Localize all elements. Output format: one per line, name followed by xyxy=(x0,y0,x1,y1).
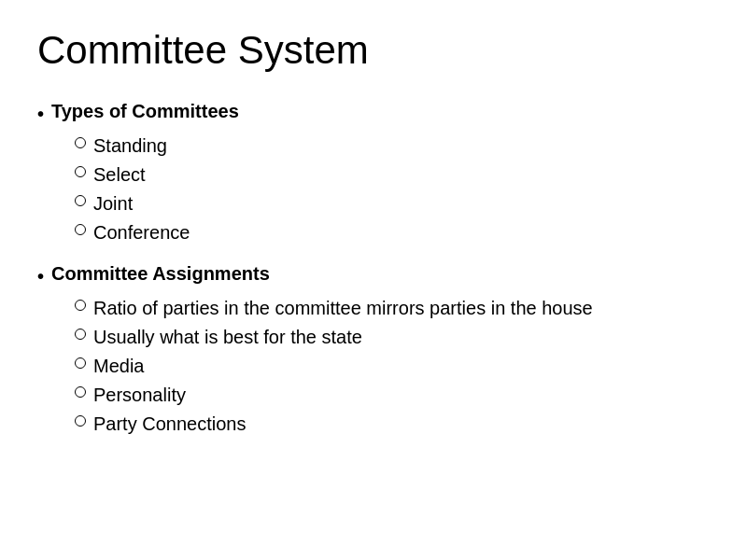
sub-item-personality: Personality xyxy=(75,382,710,409)
assignments-sub-list: Ratio of parties in the committee mirror… xyxy=(75,295,710,438)
circle-icon-select xyxy=(75,166,86,177)
sub-text-conference: Conference xyxy=(93,219,710,246)
circle-icon-personality xyxy=(75,386,86,398)
sub-text-select: Select xyxy=(93,161,710,189)
bullet-types-header: • Types of Committees xyxy=(37,101,710,127)
bullet-types-label: Types of Committees xyxy=(51,101,239,122)
circle-icon-joint xyxy=(75,195,86,206)
slide: Committee System • Types of Committees S… xyxy=(0,0,747,560)
slide-title: Committee System xyxy=(37,28,710,73)
sub-text-media: Media xyxy=(93,353,710,380)
sub-text-best-state: Usually what is best for the state xyxy=(93,324,710,351)
sub-item-best-state: Usually what is best for the state xyxy=(75,324,710,351)
bullet-assignments-label: Committee Assignments xyxy=(51,263,270,285)
circle-icon-best-state xyxy=(75,329,86,340)
types-sub-list: Standing Select Joint Conference xyxy=(75,133,710,246)
sub-item-select: Select xyxy=(75,161,710,189)
content-area: • Types of Committees Standing Select Jo… xyxy=(37,101,710,438)
sub-text-personality: Personality xyxy=(93,382,710,409)
sub-item-conference: Conference xyxy=(75,219,710,246)
circle-icon-ratio xyxy=(75,300,86,311)
bullet-dot-assignments: • xyxy=(37,263,44,289)
sub-text-standing: Standing xyxy=(93,133,710,160)
sub-item-media: Media xyxy=(75,353,710,380)
sub-item-ratio: Ratio of parties in the committee mirror… xyxy=(75,295,710,322)
circle-icon-media xyxy=(75,357,86,369)
sub-text-joint: Joint xyxy=(93,190,710,217)
bullet-assignments: • Committee Assignments Ratio of parties… xyxy=(37,263,710,438)
circle-icon-standing xyxy=(75,137,86,148)
sub-item-party-connections: Party Connections xyxy=(75,411,710,438)
circle-icon-conference xyxy=(75,224,86,235)
bullet-types: • Types of Committees Standing Select Jo… xyxy=(37,101,710,246)
bullet-assignments-header: • Committee Assignments xyxy=(37,263,710,289)
sub-text-ratio: Ratio of parties in the committee mirror… xyxy=(93,295,710,322)
bullet-dot-types: • xyxy=(37,101,44,127)
sub-item-joint: Joint xyxy=(75,190,710,217)
sub-text-party-connections: Party Connections xyxy=(93,411,710,438)
sub-item-standing: Standing xyxy=(75,133,710,160)
circle-icon-party-connections xyxy=(75,415,86,427)
